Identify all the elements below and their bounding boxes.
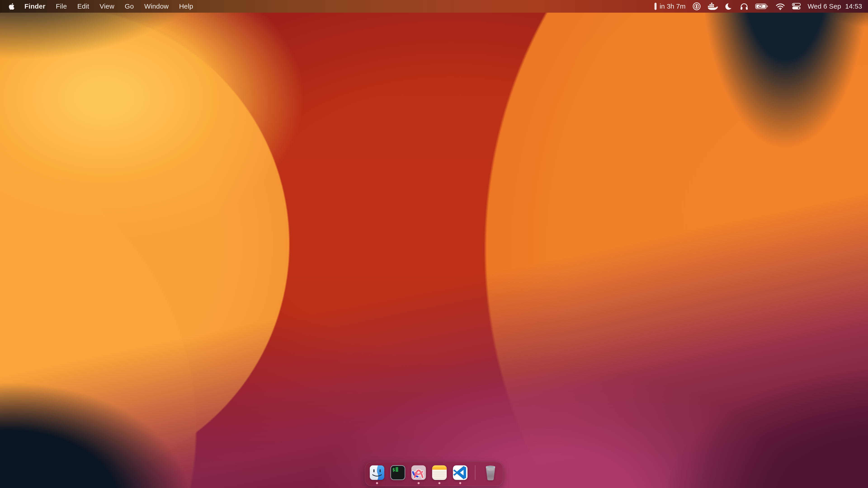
- menu-window[interactable]: Window: [139, 0, 174, 13]
- menu-help[interactable]: Help: [174, 0, 198, 13]
- battery-charging-icon: [755, 3, 769, 10]
- dock: $: [0, 462, 868, 486]
- running-indicator: [438, 482, 440, 484]
- menu-bar-status-area: in 3h 7m: [654, 0, 868, 13]
- running-indicator: [418, 482, 420, 484]
- wifi-icon: [776, 2, 785, 10]
- dock-separator: [475, 465, 475, 480]
- dock-app-terminal[interactable]: $: [390, 465, 406, 481]
- status-1password[interactable]: [692, 0, 701, 13]
- apple-logo-icon: [8, 3, 15, 10]
- menu-bar-clock[interactable]: Wed 6 Sep 14:53: [808, 0, 862, 13]
- status-timer[interactable]: in 3h 7m: [654, 0, 686, 13]
- clock-time: 14:53: [845, 2, 862, 10]
- finder-icon: [369, 465, 385, 481]
- menu-edit[interactable]: Edit: [72, 0, 94, 13]
- control-center-icon: [792, 3, 801, 10]
- status-wifi[interactable]: [776, 0, 785, 13]
- dock-app-arc[interactable]: [411, 465, 427, 481]
- status-focus[interactable]: [725, 0, 733, 13]
- docker-whale-icon: [708, 2, 718, 10]
- dock-app-notes[interactable]: [432, 465, 447, 481]
- macos-desktop: { "menu_bar": { "active_app": "Finder", …: [0, 0, 868, 488]
- status-audio[interactable]: [740, 0, 748, 13]
- running-indicator: [376, 482, 378, 484]
- trash-icon: [482, 464, 499, 481]
- status-control-center[interactable]: [792, 0, 801, 13]
- vscode-icon: [452, 465, 468, 481]
- menu-file[interactable]: File: [51, 0, 72, 13]
- dock-trash[interactable]: [482, 464, 499, 481]
- active-app-menu[interactable]: Finder: [19, 0, 51, 13]
- notes-icon: [432, 465, 447, 481]
- menu-go[interactable]: Go: [120, 0, 139, 13]
- menu-bar: Finder File Edit View Go Window Help in …: [0, 0, 868, 13]
- dock-panel: $: [365, 462, 503, 486]
- timer-capsule-icon: [654, 2, 657, 10]
- clock-date: Wed 6 Sep: [808, 2, 841, 10]
- running-indicator: [459, 482, 461, 484]
- status-battery[interactable]: [755, 0, 769, 13]
- moon-icon: [725, 2, 733, 10]
- menu-bar-left: Finder File Edit View Go Window Help: [0, 0, 198, 13]
- dock-app-finder[interactable]: [369, 465, 385, 481]
- status-docker[interactable]: [708, 0, 718, 13]
- timer-label: in 3h 7m: [659, 2, 686, 10]
- dock-app-vscode[interactable]: [452, 465, 468, 481]
- apple-menu[interactable]: [4, 0, 19, 13]
- terminal-icon: $: [390, 465, 406, 481]
- desktop-wallpaper: [0, 0, 868, 488]
- menu-view[interactable]: View: [94, 0, 120, 13]
- 1password-icon: [692, 2, 701, 11]
- svg-text:$: $: [393, 467, 395, 473]
- arc-browser-icon: [411, 465, 427, 481]
- headphones-icon: [740, 2, 748, 10]
